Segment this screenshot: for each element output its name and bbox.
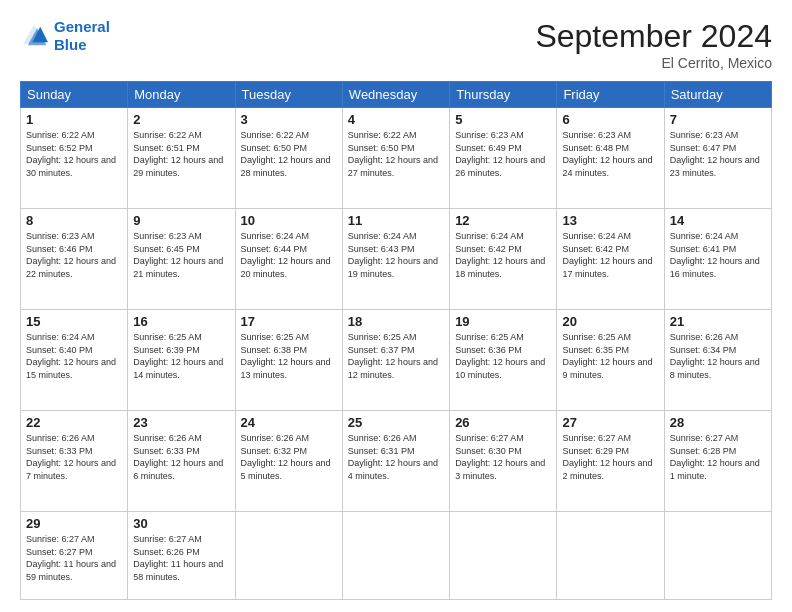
calendar-week-4: 22Sunrise: 6:26 AM Sunset: 6:33 PM Dayli… — [21, 411, 772, 512]
table-row: 28Sunrise: 6:27 AM Sunset: 6:28 PM Dayli… — [664, 411, 771, 512]
day-number: 10 — [241, 213, 337, 228]
day-number: 2 — [133, 112, 229, 127]
table-row: 1Sunrise: 6:22 AM Sunset: 6:52 PM Daylig… — [21, 108, 128, 209]
table-row: 27Sunrise: 6:27 AM Sunset: 6:29 PM Dayli… — [557, 411, 664, 512]
table-row: 23Sunrise: 6:26 AM Sunset: 6:33 PM Dayli… — [128, 411, 235, 512]
cell-text: Sunrise: 6:27 AM Sunset: 6:28 PM Dayligh… — [670, 432, 766, 482]
cell-text: Sunrise: 6:26 AM Sunset: 6:33 PM Dayligh… — [133, 432, 229, 482]
day-number: 19 — [455, 314, 551, 329]
day-number: 22 — [26, 415, 122, 430]
table-row: 19Sunrise: 6:25 AM Sunset: 6:36 PM Dayli… — [450, 310, 557, 411]
day-number: 29 — [26, 516, 122, 531]
table-row: 22Sunrise: 6:26 AM Sunset: 6:33 PM Dayli… — [21, 411, 128, 512]
day-number: 3 — [241, 112, 337, 127]
logo-blue: Blue — [54, 36, 87, 53]
cell-text: Sunrise: 6:25 AM Sunset: 6:36 PM Dayligh… — [455, 331, 551, 381]
logo: General Blue — [20, 18, 110, 54]
table-row: 21Sunrise: 6:26 AM Sunset: 6:34 PM Dayli… — [664, 310, 771, 411]
table-row: 20Sunrise: 6:25 AM Sunset: 6:35 PM Dayli… — [557, 310, 664, 411]
col-monday: Monday — [128, 82, 235, 108]
col-sunday: Sunday — [21, 82, 128, 108]
day-number: 25 — [348, 415, 444, 430]
col-friday: Friday — [557, 82, 664, 108]
location: El Cerrito, Mexico — [535, 55, 772, 71]
table-row: 10Sunrise: 6:24 AM Sunset: 6:44 PM Dayli… — [235, 209, 342, 310]
cell-text: Sunrise: 6:23 AM Sunset: 6:49 PM Dayligh… — [455, 129, 551, 179]
cell-text: Sunrise: 6:27 AM Sunset: 6:27 PM Dayligh… — [26, 533, 122, 583]
table-row: 4Sunrise: 6:22 AM Sunset: 6:50 PM Daylig… — [342, 108, 449, 209]
calendar-table: Sunday Monday Tuesday Wednesday Thursday… — [20, 81, 772, 600]
table-row: 9Sunrise: 6:23 AM Sunset: 6:45 PM Daylig… — [128, 209, 235, 310]
day-number: 8 — [26, 213, 122, 228]
day-number: 17 — [241, 314, 337, 329]
day-number: 12 — [455, 213, 551, 228]
table-row: 6Sunrise: 6:23 AM Sunset: 6:48 PM Daylig… — [557, 108, 664, 209]
table-row: 11Sunrise: 6:24 AM Sunset: 6:43 PM Dayli… — [342, 209, 449, 310]
cell-text: Sunrise: 6:24 AM Sunset: 6:40 PM Dayligh… — [26, 331, 122, 381]
cell-text: Sunrise: 6:22 AM Sunset: 6:52 PM Dayligh… — [26, 129, 122, 179]
logo-text: General Blue — [54, 18, 110, 54]
cell-text: Sunrise: 6:22 AM Sunset: 6:50 PM Dayligh… — [348, 129, 444, 179]
day-number: 26 — [455, 415, 551, 430]
cell-text: Sunrise: 6:23 AM Sunset: 6:47 PM Dayligh… — [670, 129, 766, 179]
cell-text: Sunrise: 6:24 AM Sunset: 6:44 PM Dayligh… — [241, 230, 337, 280]
calendar-week-3: 15Sunrise: 6:24 AM Sunset: 6:40 PM Dayli… — [21, 310, 772, 411]
table-row: 25Sunrise: 6:26 AM Sunset: 6:31 PM Dayli… — [342, 411, 449, 512]
header: General Blue September 2024 El Cerrito, … — [20, 18, 772, 71]
cell-text: Sunrise: 6:27 AM Sunset: 6:26 PM Dayligh… — [133, 533, 229, 583]
cell-text: Sunrise: 6:23 AM Sunset: 6:48 PM Dayligh… — [562, 129, 658, 179]
cell-text: Sunrise: 6:24 AM Sunset: 6:43 PM Dayligh… — [348, 230, 444, 280]
table-row: 8Sunrise: 6:23 AM Sunset: 6:46 PM Daylig… — [21, 209, 128, 310]
day-number: 9 — [133, 213, 229, 228]
table-row: 30Sunrise: 6:27 AM Sunset: 6:26 PM Dayli… — [128, 512, 235, 600]
day-number: 1 — [26, 112, 122, 127]
table-row: 12Sunrise: 6:24 AM Sunset: 6:42 PM Dayli… — [450, 209, 557, 310]
table-row: 14Sunrise: 6:24 AM Sunset: 6:41 PM Dayli… — [664, 209, 771, 310]
table-row: 3Sunrise: 6:22 AM Sunset: 6:50 PM Daylig… — [235, 108, 342, 209]
table-row: 26Sunrise: 6:27 AM Sunset: 6:30 PM Dayli… — [450, 411, 557, 512]
cell-text: Sunrise: 6:25 AM Sunset: 6:37 PM Dayligh… — [348, 331, 444, 381]
day-number: 23 — [133, 415, 229, 430]
cell-text: Sunrise: 6:27 AM Sunset: 6:29 PM Dayligh… — [562, 432, 658, 482]
page: General Blue September 2024 El Cerrito, … — [0, 0, 792, 612]
calendar-week-2: 8Sunrise: 6:23 AM Sunset: 6:46 PM Daylig… — [21, 209, 772, 310]
col-saturday: Saturday — [664, 82, 771, 108]
table-row — [235, 512, 342, 600]
day-number: 13 — [562, 213, 658, 228]
day-number: 5 — [455, 112, 551, 127]
day-number: 21 — [670, 314, 766, 329]
day-number: 6 — [562, 112, 658, 127]
table-row — [664, 512, 771, 600]
col-wednesday: Wednesday — [342, 82, 449, 108]
cell-text: Sunrise: 6:25 AM Sunset: 6:39 PM Dayligh… — [133, 331, 229, 381]
day-number: 4 — [348, 112, 444, 127]
day-number: 7 — [670, 112, 766, 127]
table-row: 7Sunrise: 6:23 AM Sunset: 6:47 PM Daylig… — [664, 108, 771, 209]
cell-text: Sunrise: 6:22 AM Sunset: 6:50 PM Dayligh… — [241, 129, 337, 179]
cell-text: Sunrise: 6:26 AM Sunset: 6:34 PM Dayligh… — [670, 331, 766, 381]
day-number: 15 — [26, 314, 122, 329]
day-number: 24 — [241, 415, 337, 430]
day-number: 11 — [348, 213, 444, 228]
cell-text: Sunrise: 6:24 AM Sunset: 6:42 PM Dayligh… — [562, 230, 658, 280]
cell-text: Sunrise: 6:25 AM Sunset: 6:38 PM Dayligh… — [241, 331, 337, 381]
cell-text: Sunrise: 6:25 AM Sunset: 6:35 PM Dayligh… — [562, 331, 658, 381]
table-row: 2Sunrise: 6:22 AM Sunset: 6:51 PM Daylig… — [128, 108, 235, 209]
day-number: 16 — [133, 314, 229, 329]
logo-general: General — [54, 18, 110, 35]
calendar-week-5: 29Sunrise: 6:27 AM Sunset: 6:27 PM Dayli… — [21, 512, 772, 600]
table-row: 16Sunrise: 6:25 AM Sunset: 6:39 PM Dayli… — [128, 310, 235, 411]
table-row: 24Sunrise: 6:26 AM Sunset: 6:32 PM Dayli… — [235, 411, 342, 512]
cell-text: Sunrise: 6:26 AM Sunset: 6:31 PM Dayligh… — [348, 432, 444, 482]
table-row — [557, 512, 664, 600]
cell-text: Sunrise: 6:23 AM Sunset: 6:46 PM Dayligh… — [26, 230, 122, 280]
day-number: 30 — [133, 516, 229, 531]
day-number: 20 — [562, 314, 658, 329]
table-row — [342, 512, 449, 600]
cell-text: Sunrise: 6:23 AM Sunset: 6:45 PM Dayligh… — [133, 230, 229, 280]
table-row: 13Sunrise: 6:24 AM Sunset: 6:42 PM Dayli… — [557, 209, 664, 310]
day-number: 14 — [670, 213, 766, 228]
cell-text: Sunrise: 6:24 AM Sunset: 6:42 PM Dayligh… — [455, 230, 551, 280]
cell-text: Sunrise: 6:22 AM Sunset: 6:51 PM Dayligh… — [133, 129, 229, 179]
title-block: September 2024 El Cerrito, Mexico — [535, 18, 772, 71]
